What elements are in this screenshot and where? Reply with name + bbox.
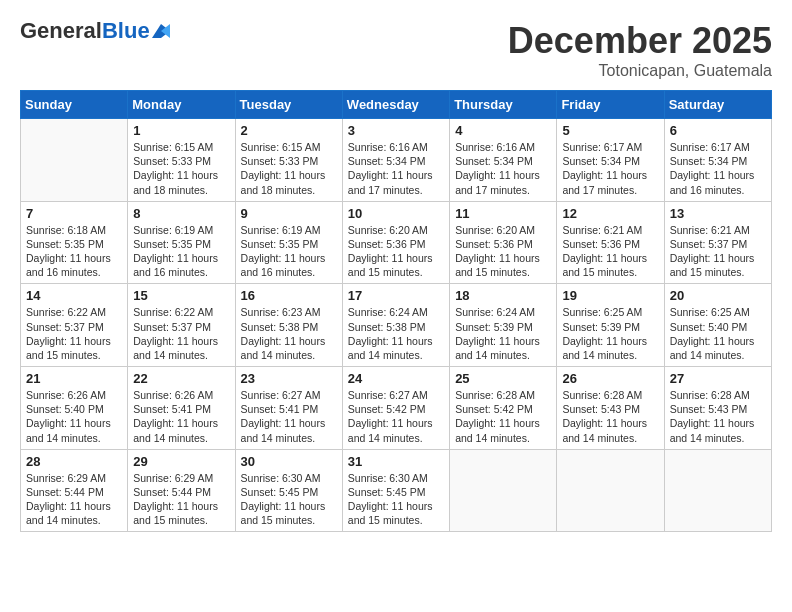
day-number: 28 — [26, 454, 122, 469]
weekday-sunday: Sunday — [21, 91, 128, 119]
day-info: Sunrise: 6:27 AMSunset: 5:42 PMDaylight:… — [348, 388, 444, 445]
week-row-5: 28Sunrise: 6:29 AMSunset: 5:44 PMDayligh… — [21, 449, 772, 532]
calendar-cell: 14Sunrise: 6:22 AMSunset: 5:37 PMDayligh… — [21, 284, 128, 367]
day-number: 14 — [26, 288, 122, 303]
calendar-cell: 12Sunrise: 6:21 AMSunset: 5:36 PMDayligh… — [557, 201, 664, 284]
calendar-cell: 17Sunrise: 6:24 AMSunset: 5:38 PMDayligh… — [342, 284, 449, 367]
calendar-cell — [450, 449, 557, 532]
calendar-cell: 7Sunrise: 6:18 AMSunset: 5:35 PMDaylight… — [21, 201, 128, 284]
day-number: 17 — [348, 288, 444, 303]
day-info: Sunrise: 6:28 AMSunset: 5:42 PMDaylight:… — [455, 388, 551, 445]
day-info: Sunrise: 6:15 AMSunset: 5:33 PMDaylight:… — [133, 140, 229, 197]
logo-general: General — [20, 18, 102, 43]
day-number: 10 — [348, 206, 444, 221]
day-info: Sunrise: 6:20 AMSunset: 5:36 PMDaylight:… — [455, 223, 551, 280]
calendar-cell: 15Sunrise: 6:22 AMSunset: 5:37 PMDayligh… — [128, 284, 235, 367]
day-info: Sunrise: 6:24 AMSunset: 5:38 PMDaylight:… — [348, 305, 444, 362]
day-number: 7 — [26, 206, 122, 221]
logo-icon — [152, 24, 170, 38]
weekday-monday: Monday — [128, 91, 235, 119]
day-number: 31 — [348, 454, 444, 469]
day-number: 4 — [455, 123, 551, 138]
calendar-table: SundayMondayTuesdayWednesdayThursdayFrid… — [20, 90, 772, 532]
day-number: 5 — [562, 123, 658, 138]
day-info: Sunrise: 6:19 AMSunset: 5:35 PMDaylight:… — [133, 223, 229, 280]
day-info: Sunrise: 6:18 AMSunset: 5:35 PMDaylight:… — [26, 223, 122, 280]
calendar-cell: 5Sunrise: 6:17 AMSunset: 5:34 PMDaylight… — [557, 119, 664, 202]
calendar-cell: 25Sunrise: 6:28 AMSunset: 5:42 PMDayligh… — [450, 367, 557, 450]
calendar-cell: 24Sunrise: 6:27 AMSunset: 5:42 PMDayligh… — [342, 367, 449, 450]
calendar-cell: 13Sunrise: 6:21 AMSunset: 5:37 PMDayligh… — [664, 201, 771, 284]
day-number: 13 — [670, 206, 766, 221]
day-number: 18 — [455, 288, 551, 303]
logo: GeneralBlue — [20, 20, 170, 42]
calendar-cell — [21, 119, 128, 202]
day-number: 27 — [670, 371, 766, 386]
calendar-cell: 10Sunrise: 6:20 AMSunset: 5:36 PMDayligh… — [342, 201, 449, 284]
day-info: Sunrise: 6:24 AMSunset: 5:39 PMDaylight:… — [455, 305, 551, 362]
day-info: Sunrise: 6:25 AMSunset: 5:39 PMDaylight:… — [562, 305, 658, 362]
calendar-cell: 18Sunrise: 6:24 AMSunset: 5:39 PMDayligh… — [450, 284, 557, 367]
calendar-cell: 27Sunrise: 6:28 AMSunset: 5:43 PMDayligh… — [664, 367, 771, 450]
day-info: Sunrise: 6:29 AMSunset: 5:44 PMDaylight:… — [26, 471, 122, 528]
calendar-cell: 8Sunrise: 6:19 AMSunset: 5:35 PMDaylight… — [128, 201, 235, 284]
calendar-cell: 29Sunrise: 6:29 AMSunset: 5:44 PMDayligh… — [128, 449, 235, 532]
day-number: 15 — [133, 288, 229, 303]
weekday-saturday: Saturday — [664, 91, 771, 119]
day-info: Sunrise: 6:22 AMSunset: 5:37 PMDaylight:… — [133, 305, 229, 362]
calendar-cell: 19Sunrise: 6:25 AMSunset: 5:39 PMDayligh… — [557, 284, 664, 367]
day-number: 26 — [562, 371, 658, 386]
day-number: 29 — [133, 454, 229, 469]
calendar-cell: 4Sunrise: 6:16 AMSunset: 5:34 PMDaylight… — [450, 119, 557, 202]
day-number: 16 — [241, 288, 337, 303]
calendar-cell: 22Sunrise: 6:26 AMSunset: 5:41 PMDayligh… — [128, 367, 235, 450]
day-number: 23 — [241, 371, 337, 386]
calendar-cell: 31Sunrise: 6:30 AMSunset: 5:45 PMDayligh… — [342, 449, 449, 532]
day-number: 12 — [562, 206, 658, 221]
day-number: 30 — [241, 454, 337, 469]
day-number: 9 — [241, 206, 337, 221]
calendar-cell: 1Sunrise: 6:15 AMSunset: 5:33 PMDaylight… — [128, 119, 235, 202]
location: Totonicapan, Guatemala — [508, 62, 772, 80]
calendar-cell: 11Sunrise: 6:20 AMSunset: 5:36 PMDayligh… — [450, 201, 557, 284]
day-info: Sunrise: 6:21 AMSunset: 5:37 PMDaylight:… — [670, 223, 766, 280]
calendar-cell: 16Sunrise: 6:23 AMSunset: 5:38 PMDayligh… — [235, 284, 342, 367]
logo-text: GeneralBlue — [20, 20, 150, 42]
month-year: December 2025 — [508, 20, 772, 62]
day-info: Sunrise: 6:28 AMSunset: 5:43 PMDaylight:… — [562, 388, 658, 445]
week-row-4: 21Sunrise: 6:26 AMSunset: 5:40 PMDayligh… — [21, 367, 772, 450]
calendar-body: 1Sunrise: 6:15 AMSunset: 5:33 PMDaylight… — [21, 119, 772, 532]
calendar-cell: 28Sunrise: 6:29 AMSunset: 5:44 PMDayligh… — [21, 449, 128, 532]
day-info: Sunrise: 6:16 AMSunset: 5:34 PMDaylight:… — [348, 140, 444, 197]
weekday-row: SundayMondayTuesdayWednesdayThursdayFrid… — [21, 91, 772, 119]
day-info: Sunrise: 6:30 AMSunset: 5:45 PMDaylight:… — [241, 471, 337, 528]
day-number: 24 — [348, 371, 444, 386]
week-row-2: 7Sunrise: 6:18 AMSunset: 5:35 PMDaylight… — [21, 201, 772, 284]
calendar-cell: 20Sunrise: 6:25 AMSunset: 5:40 PMDayligh… — [664, 284, 771, 367]
day-info: Sunrise: 6:21 AMSunset: 5:36 PMDaylight:… — [562, 223, 658, 280]
calendar-cell: 21Sunrise: 6:26 AMSunset: 5:40 PMDayligh… — [21, 367, 128, 450]
week-row-1: 1Sunrise: 6:15 AMSunset: 5:33 PMDaylight… — [21, 119, 772, 202]
calendar-cell: 30Sunrise: 6:30 AMSunset: 5:45 PMDayligh… — [235, 449, 342, 532]
day-info: Sunrise: 6:29 AMSunset: 5:44 PMDaylight:… — [133, 471, 229, 528]
calendar-cell: 23Sunrise: 6:27 AMSunset: 5:41 PMDayligh… — [235, 367, 342, 450]
day-number: 25 — [455, 371, 551, 386]
logo-blue: Blue — [102, 18, 150, 43]
calendar-header: SundayMondayTuesdayWednesdayThursdayFrid… — [21, 91, 772, 119]
calendar-cell: 9Sunrise: 6:19 AMSunset: 5:35 PMDaylight… — [235, 201, 342, 284]
day-number: 8 — [133, 206, 229, 221]
day-info: Sunrise: 6:22 AMSunset: 5:37 PMDaylight:… — [26, 305, 122, 362]
title-block: December 2025 Totonicapan, Guatemala — [508, 20, 772, 80]
day-info: Sunrise: 6:17 AMSunset: 5:34 PMDaylight:… — [562, 140, 658, 197]
day-info: Sunrise: 6:19 AMSunset: 5:35 PMDaylight:… — [241, 223, 337, 280]
day-number: 21 — [26, 371, 122, 386]
day-info: Sunrise: 6:26 AMSunset: 5:41 PMDaylight:… — [133, 388, 229, 445]
weekday-tuesday: Tuesday — [235, 91, 342, 119]
day-number: 19 — [562, 288, 658, 303]
day-number: 20 — [670, 288, 766, 303]
day-info: Sunrise: 6:25 AMSunset: 5:40 PMDaylight:… — [670, 305, 766, 362]
weekday-thursday: Thursday — [450, 91, 557, 119]
day-number: 3 — [348, 123, 444, 138]
day-info: Sunrise: 6:30 AMSunset: 5:45 PMDaylight:… — [348, 471, 444, 528]
day-info: Sunrise: 6:16 AMSunset: 5:34 PMDaylight:… — [455, 140, 551, 197]
